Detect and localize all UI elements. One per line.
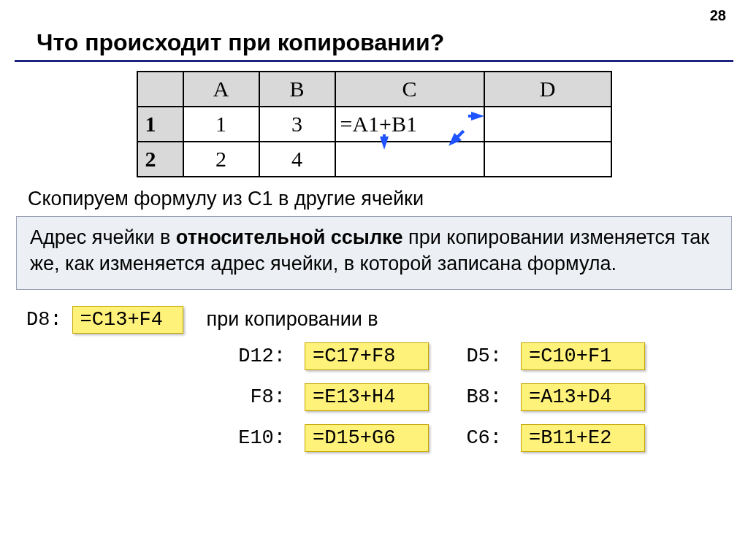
info-bold: относительной ссылке — [176, 226, 403, 248]
page-title: Что происходит при копировании? — [15, 0, 733, 62]
arrow-right-icon — [471, 112, 484, 120]
source-tail: при копировании в — [207, 308, 378, 331]
table-corner — [137, 72, 183, 107]
cell-c1: =A1+B1 — [335, 107, 484, 142]
info-box: Адрес ячейки в относительной ссылке при … — [16, 216, 732, 290]
source-label: D8: — [26, 309, 62, 331]
col-header-a: A — [183, 72, 259, 107]
cell-b2: 4 — [259, 142, 335, 177]
result-formula: =D15+G6 — [305, 424, 429, 452]
result-formula: =E13+H4 — [305, 383, 429, 411]
col-header-b: B — [259, 72, 335, 107]
examples-grid: D12: =C17+F8 D5: =C10+F1 F8: =E13+H4 B8:… — [223, 342, 726, 452]
spreadsheet-table: A B C D 1 1 3 =A1+B1 2 2 4 — [137, 71, 612, 177]
arrow-down-icon — [380, 137, 389, 150]
cell-c1-text: =A1+B1 — [340, 112, 418, 136]
result-label: C6: — [442, 427, 508, 449]
body-text: Скопируем формулу из С1 в другие ячейки — [0, 177, 748, 210]
source-formula: =C13+F4 — [72, 306, 183, 334]
cell-a2: 2 — [183, 142, 259, 177]
examples-section: D8: =C13+F4 при копировании в D12: =C17+… — [0, 290, 748, 452]
result-formula: =B11+E2 — [521, 424, 645, 452]
col-header-d: D — [484, 72, 611, 107]
result-label: B8: — [442, 386, 508, 408]
result-formula: =A13+D4 — [521, 383, 645, 411]
table-row: 2 2 4 — [137, 142, 611, 177]
result-label: F8: — [223, 386, 291, 408]
row-header-2: 2 — [137, 142, 183, 177]
cell-d1 — [484, 107, 611, 142]
cell-d2 — [484, 142, 611, 177]
result-label: D5: — [442, 345, 508, 367]
result-formula: =C10+F1 — [521, 342, 645, 370]
cell-c2 — [335, 142, 484, 177]
info-pre: Адрес ячейки в — [30, 226, 176, 248]
cell-b1: 3 — [259, 107, 335, 142]
page-number: 28 — [710, 7, 726, 24]
row-header-1: 1 — [137, 107, 183, 142]
cell-a1: 1 — [183, 107, 259, 142]
table-row: 1 1 3 =A1+B1 — [137, 107, 611, 142]
source-example: D8: =C13+F4 при копировании в — [22, 306, 726, 334]
result-formula: =C17+F8 — [305, 342, 429, 370]
result-label: E10: — [223, 427, 291, 449]
result-label: D12: — [223, 345, 291, 367]
col-header-c: C — [335, 72, 484, 107]
